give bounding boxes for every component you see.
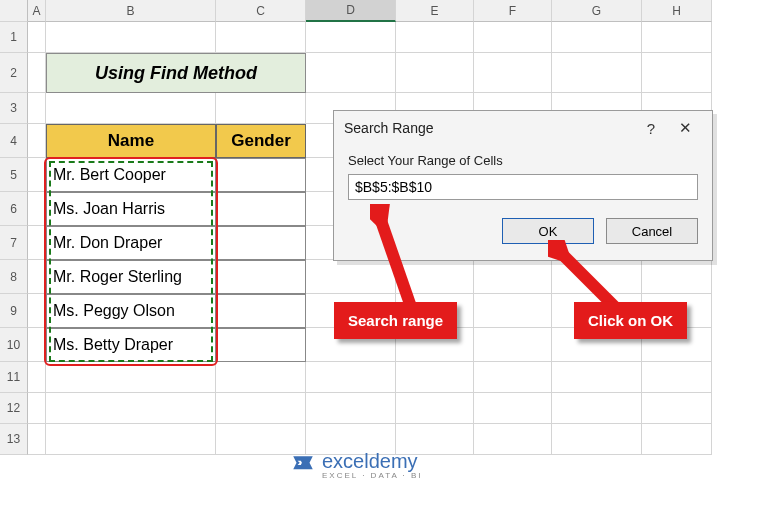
cell[interactable] [396, 362, 474, 393]
cell[interactable] [552, 260, 642, 294]
cell[interactable] [28, 124, 46, 158]
cell[interactable] [28, 260, 46, 294]
cell-name[interactable]: Ms. Betty Draper [46, 328, 216, 362]
cell-name[interactable]: Ms. Joan Harris [46, 192, 216, 226]
cell-gender[interactable] [216, 192, 306, 226]
row-header-6[interactable]: 6 [0, 192, 28, 226]
cell[interactable] [28, 294, 46, 328]
cell[interactable] [642, 424, 712, 455]
cell[interactable] [46, 362, 216, 393]
cell[interactable] [306, 362, 396, 393]
cell[interactable] [28, 393, 46, 424]
col-header-F[interactable]: F [474, 0, 552, 22]
cell[interactable] [396, 53, 474, 93]
cell[interactable] [396, 22, 474, 53]
cell[interactable] [306, 393, 396, 424]
cell[interactable] [216, 22, 306, 53]
cell[interactable] [306, 53, 396, 93]
ok-button[interactable]: OK [502, 218, 594, 244]
cancel-button[interactable]: Cancel [606, 218, 698, 244]
cell-name[interactable]: Ms. Peggy Olson [46, 294, 216, 328]
col-header-D[interactable]: D [306, 0, 396, 22]
cell[interactable] [474, 393, 552, 424]
cell[interactable] [216, 393, 306, 424]
cell[interactable] [552, 53, 642, 93]
cell[interactable] [28, 192, 46, 226]
cell[interactable] [474, 22, 552, 53]
row-header-12[interactable]: 12 [0, 393, 28, 424]
cell-gender[interactable] [216, 226, 306, 260]
cell[interactable] [552, 362, 642, 393]
cell-gender[interactable] [216, 328, 306, 362]
cell[interactable] [28, 362, 46, 393]
row-1: 1 [0, 22, 767, 53]
row-header-8[interactable]: 8 [0, 260, 28, 294]
row-2: 2 Using Find Method [0, 53, 767, 93]
cell[interactable] [474, 424, 552, 455]
cell[interactable] [552, 424, 642, 455]
cell[interactable] [306, 22, 396, 53]
cell[interactable] [216, 362, 306, 393]
cell[interactable] [642, 53, 712, 93]
cell[interactable] [28, 424, 46, 455]
cell[interactable] [216, 93, 306, 124]
row-header-1[interactable]: 1 [0, 22, 28, 53]
help-icon[interactable]: ? [634, 120, 668, 137]
cell[interactable] [396, 393, 474, 424]
row-header-9[interactable]: 9 [0, 294, 28, 328]
col-header-G[interactable]: G [552, 0, 642, 22]
select-all-corner[interactable] [0, 0, 28, 22]
row-header-4[interactable]: 4 [0, 124, 28, 158]
cell-name[interactable]: Mr. Don Draper [46, 226, 216, 260]
col-header-C[interactable]: C [216, 0, 306, 22]
cell[interactable] [642, 362, 712, 393]
cell[interactable] [46, 393, 216, 424]
cell[interactable] [552, 22, 642, 53]
col-header-E[interactable]: E [396, 0, 474, 22]
row-header-7[interactable]: 7 [0, 226, 28, 260]
cell[interactable] [474, 53, 552, 93]
header-name[interactable]: Name [46, 124, 216, 158]
logo-text: exceldemy [322, 450, 423, 473]
col-header-B[interactable]: B [46, 0, 216, 22]
cell[interactable] [642, 393, 712, 424]
logo-tagline: EXCEL · DATA · BI [322, 471, 423, 480]
row-header-13[interactable]: 13 [0, 424, 28, 455]
cell-gender[interactable] [216, 158, 306, 192]
cell[interactable] [306, 260, 396, 294]
cell-name[interactable]: Mr. Bert Cooper [46, 158, 216, 192]
callout-search-range: Search range [334, 302, 457, 339]
cell[interactable] [474, 328, 552, 362]
cell-gender[interactable] [216, 294, 306, 328]
cell[interactable] [474, 294, 552, 328]
row-header-2[interactable]: 2 [0, 53, 28, 93]
row-header-11[interactable]: 11 [0, 362, 28, 393]
row-header-3[interactable]: 3 [0, 93, 28, 124]
cell[interactable] [28, 53, 46, 93]
cell[interactable] [642, 22, 712, 53]
cell[interactable] [474, 260, 552, 294]
cell[interactable] [396, 260, 474, 294]
row-header-5[interactable]: 5 [0, 158, 28, 192]
cell[interactable] [28, 22, 46, 53]
cell-name[interactable]: Mr. Roger Sterling [46, 260, 216, 294]
cell[interactable] [474, 362, 552, 393]
dialog-titlebar[interactable]: Search Range ? ✕ [334, 111, 712, 145]
cell[interactable] [46, 22, 216, 53]
row-header-10[interactable]: 10 [0, 328, 28, 362]
cell-gender[interactable] [216, 260, 306, 294]
cell[interactable] [46, 424, 216, 455]
cell[interactable] [28, 93, 46, 124]
cell[interactable] [28, 328, 46, 362]
cell[interactable] [552, 393, 642, 424]
header-gender[interactable]: Gender [216, 124, 306, 158]
cell[interactable] [28, 226, 46, 260]
range-input[interactable] [348, 174, 698, 200]
cell[interactable] [642, 260, 712, 294]
title-cell[interactable]: Using Find Method [46, 53, 306, 93]
cell[interactable] [28, 158, 46, 192]
col-header-A[interactable]: A [28, 0, 46, 22]
close-icon[interactable]: ✕ [668, 119, 702, 137]
col-header-H[interactable]: H [642, 0, 712, 22]
cell[interactable] [46, 93, 216, 124]
